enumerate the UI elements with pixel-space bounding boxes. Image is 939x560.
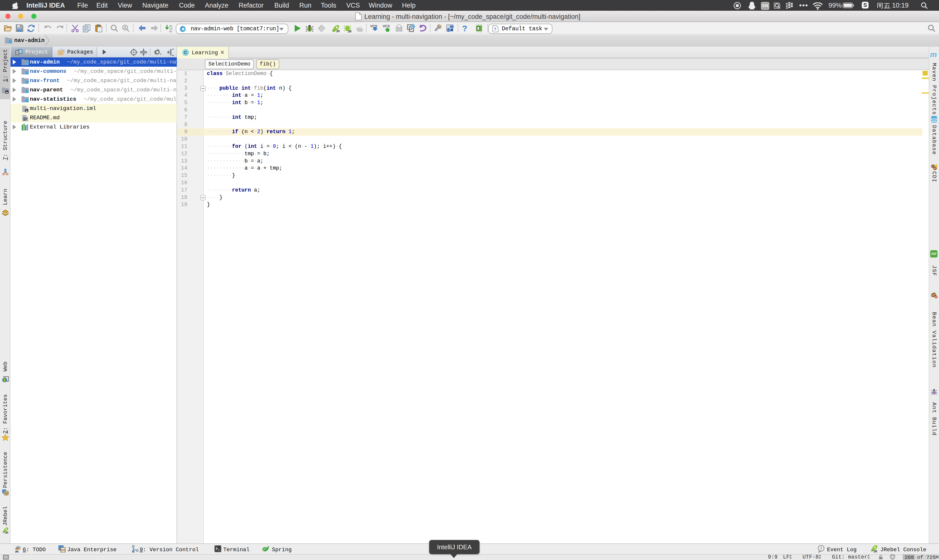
svg-text:JR: JR bbox=[873, 550, 877, 553]
svg-text:VCS: VCS bbox=[383, 24, 390, 28]
svg-text:01: 01 bbox=[169, 30, 173, 33]
svg-text:EE: EE bbox=[61, 548, 66, 552]
svg-text:?: ? bbox=[494, 27, 496, 31]
svg-text:A: A bbox=[124, 25, 126, 30]
svg-text:JR: JR bbox=[348, 30, 352, 33]
svg-text:JR: JR bbox=[336, 29, 340, 33]
svg-text:JR: JR bbox=[5, 531, 8, 534]
